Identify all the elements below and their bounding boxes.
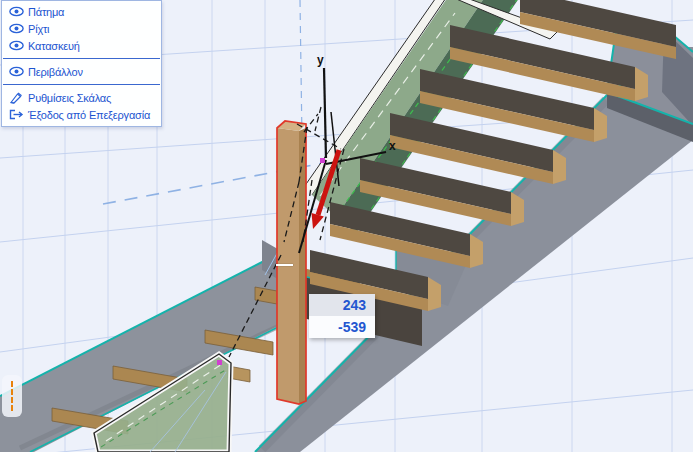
menu-divider bbox=[3, 84, 160, 85]
menu-item-label: Πάτημα bbox=[28, 6, 64, 18]
tracker-field-y[interactable]: -539 bbox=[309, 316, 375, 338]
menu-item-label: Ρίχτι bbox=[28, 23, 49, 35]
x-axis-label: x bbox=[389, 139, 396, 153]
menu-item-label: Περιβάλλον bbox=[28, 66, 83, 78]
eye-icon bbox=[9, 6, 28, 17]
panel-hotspot bbox=[217, 360, 222, 365]
exit-edit-icon bbox=[9, 109, 28, 120]
menu-item-stair-settings[interactable]: Ρυθμίσεις Σκάλας bbox=[2, 89, 161, 106]
coordinate-tracker: 243 -539 bbox=[309, 294, 375, 338]
edit-plane-dash-icon bbox=[11, 381, 13, 411]
eye-icon bbox=[9, 66, 28, 77]
menu-item-exit-edit[interactable]: Έξοδος από Επεξεργασία bbox=[2, 106, 161, 123]
tracker-field-x[interactable]: 243 bbox=[309, 294, 375, 316]
menu-item-structure[interactable]: Κατασκευή bbox=[2, 37, 161, 54]
menu-divider bbox=[3, 58, 160, 59]
stair-edit-viewport[interactable]: Πάτημα Ρίχτι Κατασκευή Περιβάλλον bbox=[0, 0, 693, 452]
origin-hotspot bbox=[320, 158, 325, 163]
selected-column[interactable] bbox=[277, 121, 306, 404]
eye-icon bbox=[9, 40, 28, 51]
menu-item-environment[interactable]: Περιβάλλον bbox=[2, 63, 161, 80]
edit-plane-handle[interactable] bbox=[2, 375, 22, 417]
menu-item-label: Ρυθμίσεις Σκάλας bbox=[28, 92, 111, 104]
stair-edit-context-menu: Πάτημα Ρίχτι Κατασκευή Περιβάλλον bbox=[1, 0, 162, 127]
menu-item-tread[interactable]: Πάτημα bbox=[2, 3, 161, 20]
menu-item-label: Έξοδος από Επεξεργασία bbox=[28, 109, 150, 121]
y-axis-label: y bbox=[317, 53, 324, 67]
stair-settings-icon bbox=[9, 92, 28, 104]
eye-icon bbox=[9, 23, 28, 34]
menu-item-label: Κατασκευή bbox=[28, 40, 80, 52]
cursor-crosshair bbox=[276, 264, 293, 266]
menu-item-riser[interactable]: Ρίχτι bbox=[2, 20, 161, 37]
